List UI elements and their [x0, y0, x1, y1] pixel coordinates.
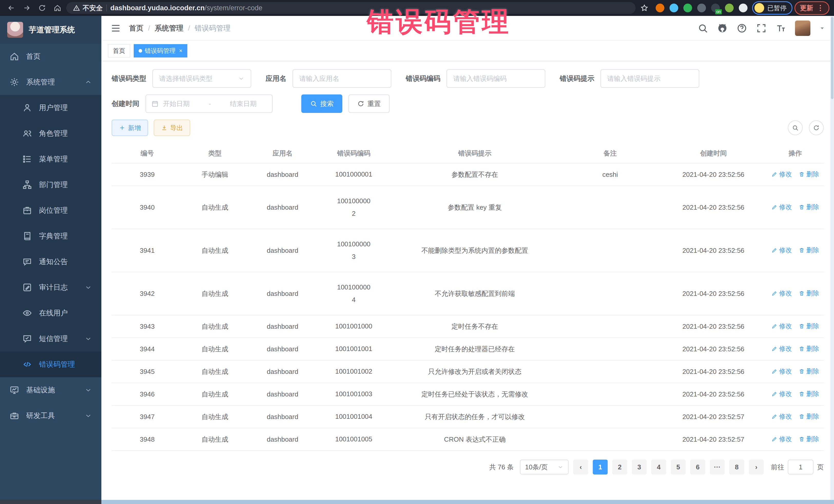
page-button-8[interactable]: 8: [729, 460, 744, 475]
user-menu-caret-icon[interactable]: [819, 25, 825, 31]
filter-form-row2: 创建时间 开始日期 - 结束日期 搜索 重置: [112, 94, 824, 113]
delete-link[interactable]: 删除: [798, 367, 819, 375]
export-button[interactable]: 导出: [154, 119, 190, 136]
sidebar-item-3[interactable]: 角色管理: [0, 120, 101, 146]
toggle-search-button[interactable]: [788, 120, 803, 135]
sidebar-item-2[interactable]: 用户管理: [0, 95, 101, 120]
edit-link[interactable]: 修改: [771, 203, 792, 211]
cell-type: 自动生成: [183, 315, 247, 338]
breadcrumb-item[interactable]: 系统管理: [155, 23, 183, 33]
sidebar-item-5[interactable]: 部门管理: [0, 172, 101, 198]
edit-link[interactable]: 修改: [771, 322, 792, 330]
active-tab-dot: [138, 49, 142, 52]
edit-link[interactable]: 修改: [771, 435, 792, 443]
sidebar-item-10[interactable]: 在线用户: [0, 300, 101, 326]
bookmark-star-icon[interactable]: [638, 2, 651, 14]
breadcrumb-item[interactable]: 错误码管理: [195, 23, 231, 33]
app-logo[interactable]: 芋道管理系统: [0, 16, 101, 44]
sidebar-item-14[interactable]: 研发工具: [0, 403, 101, 429]
browser-reload-icon[interactable]: [36, 2, 49, 14]
fullscreen-icon[interactable]: [756, 23, 767, 34]
blue-gem-extension-icon[interactable]: [670, 4, 678, 12]
hamburger-icon[interactable]: [110, 23, 122, 34]
sidebar-item-8[interactable]: 通知公告: [0, 249, 101, 275]
pager-ellipsis[interactable]: ···: [710, 460, 725, 475]
browser-back-icon[interactable]: [5, 2, 18, 14]
search-button[interactable]: 搜索: [301, 94, 342, 113]
date-range-picker[interactable]: 开始日期 - 结束日期: [146, 94, 272, 113]
edit-link[interactable]: 修改: [771, 246, 792, 254]
delete-link[interactable]: 删除: [798, 322, 819, 330]
delete-link[interactable]: 删除: [798, 412, 819, 421]
goto-page-input[interactable]: [788, 460, 813, 475]
header-search-icon[interactable]: [698, 23, 708, 34]
white-puzzle-extension-icon[interactable]: [739, 4, 748, 12]
cell-operations: 修改删除: [767, 360, 824, 383]
date-end-placeholder: 结束日期: [230, 99, 257, 108]
security-warning[interactable]: 不安全: [73, 4, 103, 13]
next-page-button[interactable]: ›: [749, 460, 764, 475]
sidebar-item-13[interactable]: 基础设施: [0, 377, 101, 403]
browser-home-icon[interactable]: [51, 2, 64, 14]
delete-link[interactable]: 删除: [798, 344, 819, 353]
page-button-3[interactable]: 3: [632, 460, 647, 475]
window-scrollbar[interactable]: [830, 16, 834, 504]
delete-link[interactable]: 删除: [798, 203, 819, 211]
scrollbar-thumb[interactable]: [831, 17, 833, 99]
date-start-placeholder: 开始日期: [163, 99, 190, 108]
sidebar-item-0[interactable]: 首页: [0, 44, 101, 69]
sidebar-item-4[interactable]: 菜单管理: [0, 146, 101, 172]
breadcrumb-item[interactable]: 首页: [129, 23, 144, 33]
close-tab-icon[interactable]: ×: [179, 47, 182, 54]
browser-menu-icon[interactable]: ⋮: [817, 7, 824, 9]
filter-text-input[interactable]: [607, 75, 693, 83]
sidebar-item-9[interactable]: 审计日志: [0, 275, 101, 300]
edit-link[interactable]: 修改: [771, 344, 792, 353]
browser-address-bar[interactable]: 不安全 dashboard.yudao.iocoder.cn/system/er…: [66, 2, 636, 14]
github-icon[interactable]: [717, 23, 728, 34]
cell-type: 自动生成: [183, 360, 247, 383]
sidebar-item-1[interactable]: 系统管理: [0, 69, 101, 95]
user-avatar[interactable]: [795, 21, 810, 36]
error-code-type-select[interactable]: 请选择错误码类型: [152, 69, 251, 88]
page-size-select[interactable]: 10条/页: [520, 460, 569, 475]
sidebar-item-7[interactable]: 字典管理: [0, 223, 101, 249]
edit-link[interactable]: 修改: [771, 367, 792, 375]
browser-update-button[interactable]: 更新 ⋮: [794, 1, 829, 15]
browser-forward-icon[interactable]: [20, 2, 34, 14]
filter-text-input[interactable]: [299, 75, 385, 83]
list-on-extension-icon[interactable]: [711, 4, 720, 12]
blue-diamond-extension-icon[interactable]: [697, 4, 706, 12]
sidebar-item-12[interactable]: 错误码管理: [0, 352, 101, 377]
page-button-4[interactable]: 4: [651, 460, 666, 475]
orange-ring-extension-icon[interactable]: [656, 4, 664, 12]
delete-link[interactable]: 删除: [798, 289, 819, 298]
green-key-extension-icon[interactable]: [725, 4, 734, 12]
tab-首页[interactable]: 首页: [108, 44, 130, 58]
edit-link[interactable]: 修改: [771, 412, 792, 421]
prev-page-button[interactable]: ‹: [573, 460, 588, 475]
sidebar-item-6[interactable]: 岗位管理: [0, 198, 101, 223]
filter-text-input[interactable]: [453, 75, 539, 83]
help-icon[interactable]: [737, 23, 747, 34]
refresh-table-button[interactable]: [809, 120, 824, 135]
add-button[interactable]: 新增: [112, 119, 148, 136]
page-button-6[interactable]: 6: [690, 460, 705, 475]
delete-link[interactable]: 删除: [798, 390, 819, 398]
edit-link[interactable]: 修改: [771, 170, 792, 178]
edit-link[interactable]: 修改: [771, 289, 792, 298]
delete-link[interactable]: 删除: [798, 246, 819, 254]
sidebar-item-11[interactable]: 短信管理: [0, 326, 101, 352]
green-check-extension-icon[interactable]: [683, 4, 692, 12]
page-button-2[interactable]: 2: [612, 460, 627, 475]
tab-错误码管理[interactable]: 错误码管理×: [134, 44, 187, 58]
edit-link[interactable]: 修改: [771, 390, 792, 398]
page-button-5[interactable]: 5: [671, 460, 686, 475]
delete-link[interactable]: 删除: [798, 170, 819, 178]
reset-button[interactable]: 重置: [349, 94, 390, 113]
page-button-1[interactable]: 1: [593, 460, 608, 475]
profile-paused-chip[interactable]: 已暂停: [752, 1, 792, 15]
font-size-icon[interactable]: [775, 23, 786, 34]
cell-id: 3942: [112, 272, 183, 315]
delete-link[interactable]: 删除: [798, 435, 819, 443]
